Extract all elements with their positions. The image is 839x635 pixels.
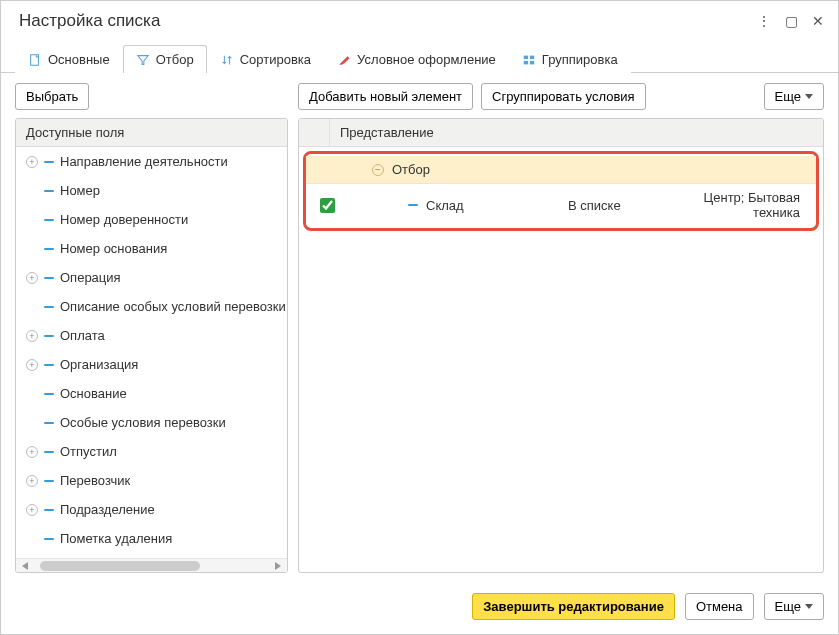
- svg-rect-4: [530, 60, 534, 64]
- field-label: Особые условия перевозки: [60, 415, 226, 430]
- group-conditions-button[interactable]: Сгруппировать условия: [481, 83, 646, 110]
- field-label: Оплата: [60, 328, 105, 343]
- field-row[interactable]: +Организация: [16, 350, 287, 379]
- tab-label: Группировка: [542, 52, 618, 67]
- field-icon: [44, 509, 54, 511]
- field-row[interactable]: +Номер: [16, 176, 287, 205]
- tab-label: Отбор: [156, 52, 194, 67]
- field-row[interactable]: +Перевозчик: [16, 466, 287, 495]
- tab-conditional[interactable]: Условное оформление: [324, 45, 509, 73]
- field-row[interactable]: +Оплата: [16, 321, 287, 350]
- tab-grouping[interactable]: Группировка: [509, 45, 631, 73]
- chevron-down-icon: [805, 94, 813, 99]
- footer-more-button[interactable]: Еще: [764, 593, 824, 620]
- tab-main[interactable]: Основные: [15, 45, 123, 73]
- select-button[interactable]: Выбрать: [15, 83, 89, 110]
- field-row[interactable]: +Номер основания: [16, 234, 287, 263]
- document-icon: [28, 53, 42, 67]
- expand-icon[interactable]: +: [26, 330, 38, 342]
- filter-condition-row[interactable]: Склад В списке Центр; Бытовая техника: [306, 184, 816, 226]
- expand-icon[interactable]: +: [26, 359, 38, 371]
- horizontal-scrollbar[interactable]: [16, 558, 287, 572]
- cancel-button[interactable]: Отмена: [685, 593, 754, 620]
- tab-filter[interactable]: Отбор: [123, 45, 207, 73]
- tab-label: Сортировка: [240, 52, 311, 67]
- collapse-icon[interactable]: −: [372, 164, 384, 176]
- field-icon: [44, 161, 54, 163]
- field-row[interactable]: +Особые условия перевозки: [16, 408, 287, 437]
- chevron-down-icon: [805, 604, 813, 609]
- field-label: Основание: [60, 386, 127, 401]
- field-icon: [44, 538, 54, 540]
- group-icon: [522, 53, 536, 67]
- field-label: Перевозчик: [60, 473, 130, 488]
- field-row[interactable]: +Направление деятельности: [16, 147, 287, 176]
- field-icon: [44, 480, 54, 482]
- field-icon: [44, 393, 54, 395]
- more-button[interactable]: Еще: [764, 83, 824, 110]
- field-label: Номер основания: [60, 241, 167, 256]
- condition-operator: В списке: [568, 198, 688, 213]
- tab-bar: Основные Отбор Сортировка Условное оформ…: [1, 39, 838, 73]
- expand-icon[interactable]: +: [26, 475, 38, 487]
- condition-checkbox[interactable]: [320, 198, 335, 213]
- column-header: Представление: [329, 119, 823, 146]
- brush-icon: [337, 53, 351, 67]
- field-label: Номер доверенности: [60, 212, 188, 227]
- tab-label: Условное оформление: [357, 52, 496, 67]
- window-title: Настройка списка: [19, 11, 757, 31]
- field-icon: [44, 248, 54, 250]
- tab-sort[interactable]: Сортировка: [207, 45, 324, 73]
- field-row[interactable]: +Номер доверенности: [16, 205, 287, 234]
- field-icon: [44, 277, 54, 279]
- field-row[interactable]: +Пометка удаления: [16, 524, 287, 553]
- expand-icon[interactable]: +: [26, 272, 38, 284]
- condition-value: Центр; Бытовая техника: [688, 190, 806, 220]
- field-row[interactable]: +Отпустил: [16, 437, 287, 466]
- field-row[interactable]: +Описание особых условий перевозки: [16, 292, 287, 321]
- svg-rect-1: [524, 55, 528, 59]
- funnel-icon: [136, 53, 150, 67]
- panel-header: Доступные поля: [16, 119, 287, 147]
- field-label: Пометка удаления: [60, 531, 172, 546]
- close-icon[interactable]: ✕: [812, 14, 824, 28]
- field-icon: [44, 451, 54, 453]
- field-label: Описание особых условий перевозки: [60, 299, 286, 314]
- representation-panel: Представление − Отбор Склад В списке Цен…: [298, 118, 824, 573]
- group-label: Отбор: [392, 162, 430, 177]
- svg-rect-3: [524, 60, 528, 64]
- kebab-menu-icon[interactable]: ⋮: [757, 14, 771, 28]
- field-label: Организация: [60, 357, 138, 372]
- field-label: Отпустил: [60, 444, 117, 459]
- field-icon: [44, 335, 54, 337]
- footer: Завершить редактирование Отмена Еще: [1, 583, 838, 630]
- condition-field: Склад: [426, 198, 464, 213]
- titlebar: Настройка списка ⋮ ▢ ✕: [1, 1, 838, 39]
- field-icon: [44, 190, 54, 192]
- field-icon: [44, 422, 54, 424]
- representation-header: Представление: [299, 119, 823, 147]
- field-label: Подразделение: [60, 502, 155, 517]
- field-row[interactable]: +Основание: [16, 379, 287, 408]
- field-icon: [408, 204, 418, 206]
- svg-rect-2: [530, 55, 534, 59]
- field-label: Операция: [60, 270, 121, 285]
- field-icon: [44, 306, 54, 308]
- available-fields-panel: Доступные поля +Направление деятельности…: [15, 118, 288, 573]
- add-element-button[interactable]: Добавить новый элемент: [298, 83, 473, 110]
- field-label: Направление деятельности: [60, 154, 228, 169]
- finish-button[interactable]: Завершить редактирование: [472, 593, 675, 620]
- expand-icon[interactable]: +: [26, 446, 38, 458]
- field-label: Номер: [60, 183, 100, 198]
- field-list[interactable]: +Направление деятельности+Номер+Номер до…: [16, 147, 287, 558]
- sort-icon: [220, 53, 234, 67]
- maximize-icon[interactable]: ▢: [785, 14, 798, 28]
- field-row[interactable]: +Подразделение: [16, 495, 287, 524]
- highlight-box: − Отбор Склад В списке Центр; Бытовая те…: [303, 151, 819, 231]
- field-icon: [44, 364, 54, 366]
- filter-group-row[interactable]: − Отбор: [306, 156, 816, 184]
- field-row[interactable]: +Операция: [16, 263, 287, 292]
- expand-icon[interactable]: +: [26, 156, 38, 168]
- field-icon: [44, 219, 54, 221]
- expand-icon[interactable]: +: [26, 504, 38, 516]
